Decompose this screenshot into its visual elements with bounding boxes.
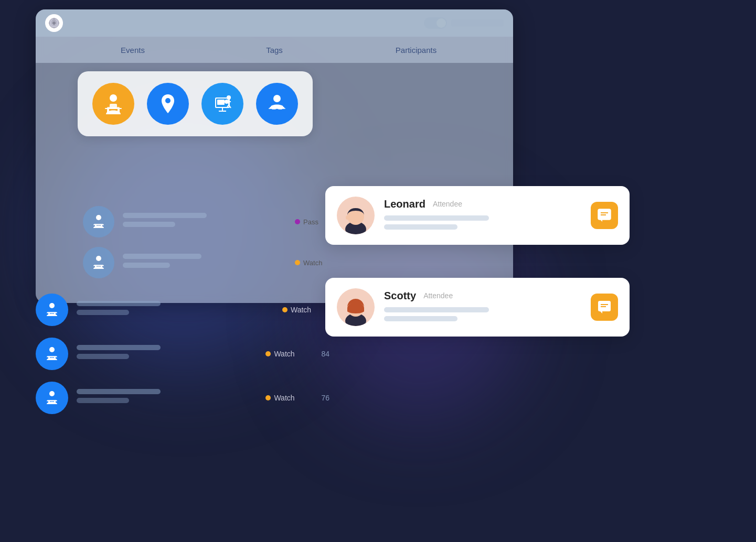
chat-button-scotty[interactable] xyxy=(591,294,618,321)
event-icon-1 xyxy=(83,206,114,237)
svg-point-35 xyxy=(96,256,101,261)
svg-rect-9 xyxy=(110,104,117,108)
svg-point-58 xyxy=(346,215,349,220)
svg-rect-54 xyxy=(54,401,56,404)
dot-yellow-1 xyxy=(295,260,300,265)
titlebar-toggle[interactable] xyxy=(424,17,504,29)
event-icon-a xyxy=(36,294,68,326)
toggle-knob[interactable] xyxy=(424,17,447,29)
event-icon-c xyxy=(36,382,68,414)
watch-label-c: Watch xyxy=(274,394,294,402)
standalone-row-a: Watch xyxy=(36,294,329,326)
svg-rect-39 xyxy=(101,266,102,269)
toggle-label xyxy=(451,19,504,27)
participant-name-scotty: Scotty xyxy=(384,290,416,302)
avatar-leonard xyxy=(337,197,375,234)
event-text-b xyxy=(77,345,257,363)
event-subtitle-bar-2 xyxy=(123,263,170,268)
event-text-c xyxy=(77,389,257,407)
tab-events[interactable]: Events xyxy=(62,40,204,60)
presentation-icon xyxy=(211,92,234,115)
app-logo xyxy=(45,14,63,32)
event-subtitle-bar xyxy=(123,222,175,227)
event-title-bar-2 xyxy=(123,254,201,259)
participant-role-leonard: Attendee xyxy=(433,200,462,208)
svg-rect-48 xyxy=(48,357,50,360)
watch-label-b: Watch xyxy=(274,350,294,358)
text-bar-a1 xyxy=(77,301,161,306)
svg-rect-11 xyxy=(107,109,109,113)
watch-label-1: Watch xyxy=(303,259,322,267)
event-title-bar xyxy=(123,213,207,218)
standalone-row-c: Watch 76 xyxy=(36,382,329,414)
svg-point-20 xyxy=(227,95,231,100)
category-attendee[interactable] xyxy=(256,83,298,125)
chat-button-leonard[interactable] xyxy=(591,202,618,229)
svg-rect-52 xyxy=(47,400,57,402)
app-window: Events Tags Participants xyxy=(36,9,513,303)
speaker-icon-b xyxy=(44,345,60,362)
dot-yellow-c xyxy=(265,395,271,400)
category-icons-row xyxy=(78,71,313,136)
event-tag-b: Watch xyxy=(265,350,313,358)
speaker-icon-a xyxy=(44,301,60,318)
event-tag-c: Watch xyxy=(265,394,313,402)
event-tag-watch-1: Watch xyxy=(295,259,337,267)
tab-tags[interactable]: Tags xyxy=(204,40,345,60)
svg-rect-16 xyxy=(217,100,225,105)
participant-card-leonard: Leonard Attendee xyxy=(325,186,630,245)
event-text-a xyxy=(77,301,274,319)
svg-point-50 xyxy=(49,391,55,396)
event-row-watch-1: Watch xyxy=(83,247,377,278)
svg-rect-12 xyxy=(118,109,120,113)
participant-info-leonard: Leonard Attendee xyxy=(384,198,581,233)
svg-point-40 xyxy=(49,303,55,308)
svg-rect-29 xyxy=(278,108,282,110)
dot-purple xyxy=(295,219,300,224)
svg-point-13 xyxy=(165,98,171,103)
event-text-1 xyxy=(123,213,286,231)
speaker-icon-c xyxy=(44,389,60,406)
nav-tabs: Events Tags Participants xyxy=(36,37,513,63)
avatar-scotty-figure xyxy=(337,288,375,326)
text-bar-b1 xyxy=(77,345,161,350)
tab-participants[interactable]: Participants xyxy=(345,40,487,60)
participant-card-scotty: Scotty Attendee xyxy=(325,278,630,337)
category-presentation[interactable] xyxy=(201,83,243,125)
standalone-events: Watch Watch 84 xyxy=(36,294,329,426)
name-row-leonard: Leonard Attendee xyxy=(384,198,581,210)
speaker-icon-sm-2 xyxy=(90,254,107,271)
svg-rect-33 xyxy=(95,225,97,228)
svg-rect-32 xyxy=(93,224,104,225)
number-84: 84 xyxy=(321,350,329,358)
svg-point-25 xyxy=(273,95,281,102)
speaker-icon-sm xyxy=(90,213,107,230)
category-location[interactable] xyxy=(147,83,189,125)
event-text-2 xyxy=(123,254,286,272)
text-bar-a2 xyxy=(77,310,129,315)
svg-rect-43 xyxy=(48,313,50,316)
standalone-row-b: Watch 84 xyxy=(36,338,329,370)
info-bar-leonard-2 xyxy=(384,224,457,230)
chat-icon-leonard xyxy=(597,208,612,223)
svg-rect-42 xyxy=(47,312,57,313)
dot-yellow-a xyxy=(282,307,288,312)
svg-rect-37 xyxy=(93,265,104,266)
name-row-scotty: Scotty Attendee xyxy=(384,290,581,302)
svg-rect-53 xyxy=(48,401,50,404)
svg-rect-38 xyxy=(95,266,97,269)
titlebar xyxy=(36,9,513,37)
avatar-scotty xyxy=(337,288,375,326)
svg-point-45 xyxy=(49,347,55,352)
info-bar-leonard-1 xyxy=(384,215,489,221)
category-speaker[interactable] xyxy=(92,83,134,125)
svg-point-30 xyxy=(96,215,101,220)
info-bar-scotty-1 xyxy=(384,307,489,312)
watch-label-a: Watch xyxy=(291,306,311,314)
dot-yellow-b xyxy=(265,351,271,356)
participant-role-scotty: Attendee xyxy=(423,291,453,300)
svg-rect-27 xyxy=(269,108,285,109)
svg-point-7 xyxy=(110,94,117,102)
participant-name-leonard: Leonard xyxy=(384,198,425,210)
svg-rect-10 xyxy=(105,108,122,109)
